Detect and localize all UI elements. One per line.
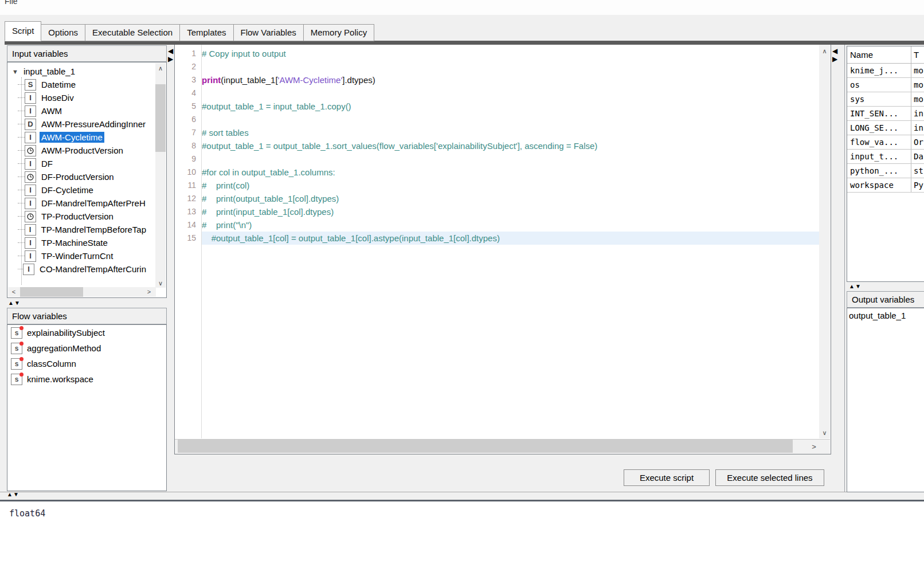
code-line[interactable]: #output_table_1[col] = output_table_1[co…	[202, 232, 819, 245]
tree-hscroll-thumb[interactable]	[20, 287, 83, 297]
execute-selected-lines-button[interactable]: Execute selected lines	[715, 469, 824, 486]
left-editor-splitter[interactable]: ◀▶	[168, 47, 173, 63]
workspace-row[interactable]: workspacePy	[847, 178, 924, 193]
tree-vscroll-thumb[interactable]	[155, 84, 166, 152]
workspace-output-splitter[interactable]: ▲▼	[849, 284, 862, 289]
content-top-border	[5, 41, 924, 45]
console-splitter[interactable]: ▲▼	[7, 492, 19, 497]
code-line[interactable]: #for col in output_table_1.columns:	[202, 166, 819, 179]
file-menu[interactable]: File	[5, 0, 18, 6]
workspace-row-type: st	[911, 164, 924, 178]
flow-variable-item[interactable]: sknime.workspace	[7, 371, 166, 387]
flow-variable-item[interactable]: sexplainabilitySubject	[7, 325, 166, 340]
tree-item-label: DF	[40, 158, 54, 169]
workspace-row-type: in	[911, 121, 924, 135]
console-output: float64	[9, 508, 45, 519]
editor-scroll-up-icon[interactable]: ∧	[819, 47, 830, 55]
int-type-icon: I	[25, 92, 36, 104]
editor-scroll-down-icon[interactable]: ∨	[819, 429, 830, 437]
tree-item[interactable]: DF-ProductVersion	[7, 170, 148, 183]
column-header-name[interactable]: Name	[847, 46, 911, 63]
workspace-row[interactable]: flow_va...Or	[847, 135, 924, 150]
tab-templates[interactable]: Templates	[179, 24, 233, 41]
code-line[interactable]	[202, 113, 819, 126]
editor-hscroll-thumb[interactable]	[178, 440, 793, 453]
int-type-icon: I	[23, 264, 34, 275]
code-line[interactable]: # sort tables	[202, 126, 819, 139]
code-line[interactable]: print(input_table_1['AWM-Cycletime'].dty…	[202, 73, 819, 87]
tree-item[interactable]: AWM-ProductVersion	[7, 144, 148, 157]
workspace-row[interactable]: INT_SEN...in	[847, 107, 924, 121]
output-variables-title: Output variables	[852, 295, 914, 304]
tree-item-label: CO-MandrelTempAfterCurin	[38, 264, 148, 275]
tree-item[interactable]: IAWM	[7, 104, 148, 117]
line-number: 1	[175, 47, 201, 60]
editor-vscrollbar[interactable]	[819, 45, 830, 438]
tab-script[interactable]: Script	[5, 21, 41, 41]
editor-scroll-right-icon[interactable]: >	[809, 442, 819, 450]
output-variable-item[interactable]: output_table_1	[847, 308, 924, 320]
code-line[interactable]	[202, 152, 819, 166]
code-line[interactable]: #output_table_1 = output_table_1.sort_va…	[202, 139, 819, 152]
workspace-row[interactable]: knime_j...mo	[847, 64, 924, 78]
tree-scroll-right-icon[interactable]: >	[145, 288, 153, 296]
console-panel[interactable]: float64	[0, 500, 924, 588]
input-flow-splitter[interactable]: ▲▼	[8, 300, 21, 306]
tree-item[interactable]: ITP-WinderTurnCnt	[7, 249, 148, 262]
tree-item-label: DF-ProductVersion	[40, 171, 116, 182]
tab-flow-variables[interactable]: Flow Variables	[233, 24, 304, 41]
code-token-comment: #output_table_1 = output_table_1.sort_va…	[202, 141, 597, 151]
workspace-row[interactable]: osmo	[847, 78, 924, 92]
code-line[interactable]: # print("\n")	[202, 218, 819, 232]
workspace-row-type: mo	[911, 78, 924, 92]
code-token-comment: #output_table_1[col] = output_table_1[co…	[202, 233, 500, 243]
workspace-row-name: sys	[847, 92, 911, 106]
tree-item[interactable]: IDF-MandrelTempAfterPreH	[7, 197, 148, 210]
int-type-icon: I	[25, 237, 36, 249]
tree-item[interactable]: SDatetime	[7, 78, 148, 91]
tree-item[interactable]: IHoseDiv	[7, 91, 148, 104]
code-token-plain: (input_table_1[	[221, 75, 277, 85]
code-line[interactable]: # Copy input to output	[202, 47, 819, 60]
string-flow-variable-icon: s	[11, 358, 22, 370]
int-type-icon: I	[25, 132, 36, 143]
tab-memory-policy[interactable]: Memory Policy	[303, 24, 374, 41]
tree-item[interactable]: TP-ProductVersion	[7, 210, 148, 223]
tree-item[interactable]: IDF	[7, 157, 148, 170]
workspace-row[interactable]: LONG_SE...in	[847, 121, 924, 135]
workspace-row[interactable]: python_...st	[847, 164, 924, 178]
int-type-icon: I	[25, 250, 36, 262]
code-line[interactable]: # print(col)	[202, 179, 819, 192]
tree-item[interactable]: ICO-MandrelTempAfterCurin	[7, 262, 148, 276]
collapse-triangle-icon[interactable]: ▼	[12, 68, 18, 75]
workspace-row[interactable]: sysmo	[847, 92, 924, 107]
tree-item[interactable]: IDF-Cycletime	[7, 183, 148, 197]
tree-connector-stub	[18, 269, 23, 270]
code-line[interactable]: #output_table_1 = input_table_1.copy()	[202, 100, 819, 113]
code-line[interactable]	[202, 87, 819, 100]
tree-item[interactable]: ITP-MachineState	[7, 236, 148, 249]
execute-script-button[interactable]: Execute script	[624, 469, 710, 486]
flow-variable-item[interactable]: saggregationMethod	[7, 340, 166, 356]
flow-variables-list: sexplainabilitySubjectsaggregationMethod…	[7, 324, 167, 491]
tab-executable-selection[interactable]: Executable Selection	[85, 24, 180, 41]
code-line[interactable]	[202, 60, 819, 73]
tree-item[interactable]: ITP-MandrelTempBeforeTap	[7, 223, 148, 236]
tree-item[interactable]: DAWM-PressureAddingInner	[7, 117, 148, 131]
column-header-type[interactable]: T	[911, 46, 924, 63]
editor-right-splitter[interactable]: ◀▶	[832, 47, 837, 63]
tree-item[interactable]: IAWM-Cycletime	[7, 131, 148, 144]
code-editor[interactable]: # Copy input to output print(input_table…	[202, 45, 819, 438]
double-type-icon: D	[25, 119, 36, 130]
tree-scroll-left-icon[interactable]: <	[10, 288, 18, 296]
workspace-row[interactable]: input_t...Da	[847, 150, 924, 164]
tree-scroll-up-icon[interactable]: ∧	[155, 64, 166, 72]
code-line[interactable]: # print(input_table_1[col].dtypes)	[202, 205, 819, 218]
code-line[interactable]: # print(output_table_1[col].dtypes)	[202, 192, 819, 205]
line-number: 9	[175, 152, 201, 166]
tree-root-item[interactable]: ▼input_table_1	[7, 65, 148, 78]
flow-variable-item[interactable]: sclassColumn	[7, 356, 166, 371]
tree-scroll-down-icon[interactable]: ∨	[155, 279, 166, 287]
output-variables-header: Output variables	[847, 291, 924, 308]
tab-options[interactable]: Options	[41, 24, 85, 41]
